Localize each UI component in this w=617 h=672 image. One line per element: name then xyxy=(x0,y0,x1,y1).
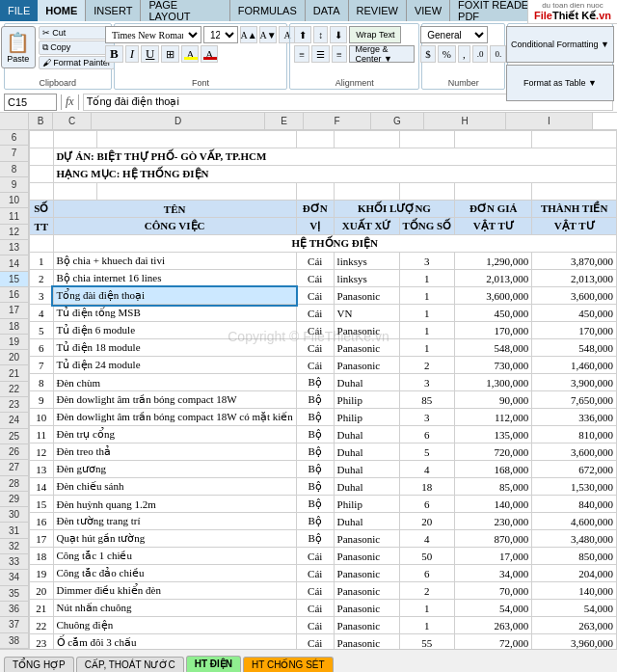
tab-file[interactable]: FILE xyxy=(0,0,38,21)
copy-button[interactable]: ⧉ Copy xyxy=(39,40,115,55)
ribbon-content: 📋 Paste ✂ Cut ⧉ Copy 🖌 Format Painter xyxy=(0,21,617,92)
sheet-body: 6 7 8 9 10 11 12 13 14 15 16 17 18 19 20… xyxy=(0,130,617,649)
underline-button[interactable]: U xyxy=(141,45,159,63)
align-center-button[interactable]: ☰ xyxy=(311,45,330,63)
comma-button[interactable]: , xyxy=(458,45,470,63)
currency-button[interactable]: $ xyxy=(420,45,436,63)
bold-button[interactable]: B xyxy=(105,45,123,63)
tab-formulas[interactable]: FORMULAS xyxy=(230,0,306,21)
table-row: 21 Nút nhấn chuông Cái Panasonic 1 54,00… xyxy=(30,600,617,617)
col-header-i: I xyxy=(506,113,593,129)
table-row: DỰ ÁN: BIỆT THỰ PHỐ- GÒ VẤP, TP.HCM xyxy=(30,148,617,166)
col-header-ten: TÊN xyxy=(53,201,296,218)
rownum-29: 29 xyxy=(0,492,28,507)
table-row: 19 Công tắc đảo chiều Cái Panasonic 6 34… xyxy=(30,565,617,582)
format-painter-button[interactable]: 🖌 Format Painter xyxy=(39,56,115,69)
format-as-table-button[interactable]: Format as Table ▼ xyxy=(506,65,614,101)
tab-view[interactable]: VIEW xyxy=(407,0,450,21)
spreadsheet: B C D E F G H I 6 7 8 9 10 11 12 13 14 1… xyxy=(0,113,617,649)
cut-icon: ✂ xyxy=(42,28,50,38)
rownum-14: 14 xyxy=(0,255,28,271)
rownum-27: 27 xyxy=(0,460,28,475)
sheet-tab-htdien[interactable]: HT ĐIỆN xyxy=(186,656,241,672)
tab-data[interactable]: DATA xyxy=(306,0,349,21)
alignment-group: ⬆ ↕ ⬇ Wrap Text ≡ ☰ ≡ Merge & Center ▼ A… xyxy=(289,23,419,90)
font-size-select[interactable]: 12 xyxy=(203,26,238,43)
rownum-30: 30 xyxy=(0,507,28,523)
align-left-button[interactable]: ≡ xyxy=(294,45,309,63)
table-row: 14 Đèn chiếu sánh Bộ Duhal 18 85,000 1,5… xyxy=(30,478,617,496)
project-title: DỰ ÁN: BIỆT THỰ PHỐ- GÒ VẤP, TP.HCM xyxy=(53,148,617,166)
fill-color-button[interactable]: A xyxy=(181,45,199,63)
number-format-select[interactable]: General xyxy=(420,26,488,43)
format-painter-icon: 🖌 xyxy=(42,58,51,67)
rownum-25: 25 xyxy=(0,429,28,444)
table-row: 18 Công tắc 1 chiều Cái Panasonic 50 17,… xyxy=(30,548,617,565)
font-name-select[interactable]: Times New Roman xyxy=(105,26,201,43)
number-group: General $ % , .0 0. Number xyxy=(421,23,505,90)
paste-button[interactable]: 📋 Paste xyxy=(1,26,36,68)
rownum-13: 13 xyxy=(0,240,28,255)
italic-button[interactable]: I xyxy=(125,45,139,63)
selected-cell-c15[interactable]: Tổng đài điện thoại xyxy=(53,287,296,305)
tab-bar: FILE HOME INSERT PAGE LAYOUT FORMULAS DA… xyxy=(0,0,617,21)
tab-page-layout[interactable]: PAGE LAYOUT xyxy=(141,0,229,21)
cut-button[interactable]: ✂ Cut xyxy=(39,26,115,40)
table-row: 15 Đèn huỳnh quang 1.2m Bộ Philip 6 140,… xyxy=(30,496,617,513)
border-button[interactable]: ⊞ xyxy=(161,45,179,63)
col-header-d: D xyxy=(92,113,265,129)
tab-review[interactable]: REVIEW xyxy=(349,0,407,21)
table-row: HỆ THỐNG ĐIỆN xyxy=(30,235,617,253)
table-row: 11 Đèn trụ cổng Bộ Duhal 6 135,000 810,0… xyxy=(30,426,617,444)
col-header-b: B xyxy=(29,113,53,129)
rownum-6: 6 xyxy=(0,130,28,146)
table-row: 6 Tủ điện 18 module Cái Panasonic 1 548,… xyxy=(30,339,617,357)
tab-home[interactable]: HOME xyxy=(38,0,86,21)
col-header-e: E xyxy=(265,113,304,129)
copy-icon: ⧉ xyxy=(42,42,48,52)
cell-reference-input[interactable] xyxy=(4,94,57,111)
align-bottom-button[interactable]: ⬇ xyxy=(330,26,347,43)
font-color-a-button[interactable]: A xyxy=(201,45,218,63)
wrap-text-button[interactable]: Wrap Text xyxy=(349,26,401,43)
table-row: 1 Bộ chia + khuech đai tivi Cái linksys … xyxy=(30,253,617,270)
rownum-35: 35 xyxy=(0,586,28,602)
decrease-decimal-button[interactable]: 0. xyxy=(490,45,506,63)
conditional-formatting-button[interactable]: Conditional Formatting ▼ xyxy=(506,26,614,63)
rownum-19: 19 xyxy=(0,335,28,350)
sheet-tab-tonghop[interactable]: TỔNG HỢP xyxy=(4,657,74,672)
rownum-21: 21 xyxy=(0,365,28,381)
merge-center-button[interactable]: Merge & Center ▼ xyxy=(349,45,416,63)
increase-font-button[interactable]: A▲ xyxy=(240,26,257,43)
table-row: 7 Tủ điện 24 module Cái Panasonic 2 730,… xyxy=(30,357,617,374)
align-middle-button[interactable]: ↕ xyxy=(313,26,328,43)
rownum-8: 8 xyxy=(0,162,28,177)
sheet-tab-chongset[interactable]: HT CHỐNG SÉT xyxy=(243,657,334,672)
decrease-font-button[interactable]: A▼ xyxy=(259,26,277,43)
rownum-32: 32 xyxy=(0,539,28,554)
rownum-24: 24 xyxy=(0,413,28,428)
table-row: 12 Đèn treo thả Bộ Duhal 5 720,000 3,600… xyxy=(30,444,617,461)
rownum-11: 11 xyxy=(0,208,28,224)
col-header-cong-viec: CÔNG VIỆC xyxy=(53,218,296,235)
table-row: 8 Đèn chùm Bộ Duhal 3 1,300,000 3,900,00… xyxy=(30,374,617,391)
clipboard-group: 📋 Paste ✂ Cut ⧉ Copy 🖌 Format Painter xyxy=(4,23,112,90)
rownum-10: 10 xyxy=(0,193,28,208)
rownum-31: 31 xyxy=(0,523,28,538)
rownum-22: 22 xyxy=(0,382,28,397)
table-row: 20 Dimmer điều khiển đèn Cái Panasonic 2… xyxy=(30,582,617,600)
paste-icon: 📋 xyxy=(6,31,30,54)
rownum-37: 37 xyxy=(0,617,28,632)
brand-logo: FileThiết Kế.vn xyxy=(534,10,611,22)
rownum-34: 34 xyxy=(0,570,28,585)
rownum-16: 16 xyxy=(0,287,28,303)
section-header-dien: HỆ THỐNG ĐIỆN xyxy=(53,235,617,253)
sheet-tab-nuoc[interactable]: CẤP, THOÁT NƯỚC xyxy=(76,657,184,672)
increase-decimal-button[interactable]: .0 xyxy=(472,45,489,63)
align-top-button[interactable]: ⬆ xyxy=(294,26,311,43)
align-right-button[interactable]: ≡ xyxy=(332,45,347,63)
rownum-26: 26 xyxy=(0,444,28,460)
rownum-28: 28 xyxy=(0,476,28,492)
percent-button[interactable]: % xyxy=(438,45,456,63)
tab-insert[interactable]: INSERT xyxy=(86,0,141,21)
